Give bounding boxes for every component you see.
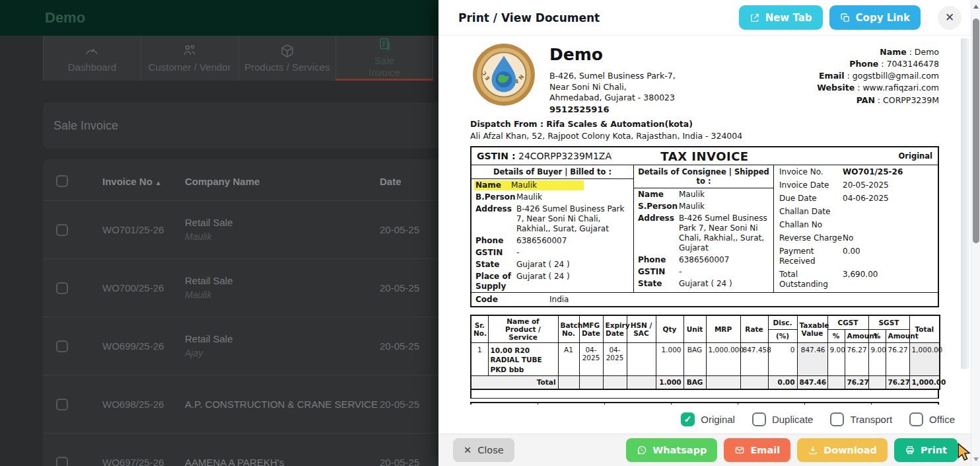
- consignee-column: Details of Consignee | Shipped to : Name…: [634, 165, 774, 292]
- copy-option-original[interactable]: ✓ Original: [681, 412, 735, 426]
- column-company-name: Company Name: [185, 176, 380, 187]
- consignee-gstin-row: GSTIN-: [634, 266, 773, 278]
- due-date-row: Due Date04-06-2025: [774, 192, 938, 205]
- company-name: Retail Sale: [185, 217, 233, 228]
- buyer-address-row: AddressB-426 Sumel Business Park 7, Near…: [472, 203, 633, 235]
- tab-customer-vendor[interactable]: Customer / Vendor: [141, 36, 238, 81]
- print-view-modal: Print / View Document New Tab Copy Link …: [438, 0, 971, 466]
- copy-option-office[interactable]: Office: [909, 412, 955, 426]
- mouse-cursor: [957, 443, 973, 461]
- whatsapp-button[interactable]: Whatsapp: [626, 438, 717, 462]
- highlighted-name: NameMaulik: [474, 180, 584, 190]
- challan-no-row: Challan No: [774, 218, 938, 231]
- download-icon: [808, 445, 818, 455]
- company-phone: 9512525916: [549, 104, 609, 114]
- company-name: Demo: [549, 45, 676, 64]
- gauge-icon: [84, 43, 100, 59]
- info-website: www.rafiqzari.com: [862, 83, 939, 93]
- row-checkbox[interactable]: [56, 340, 68, 352]
- browser-scrollbar[interactable]: [971, 0, 980, 466]
- invoice-no: WO697/25-26: [102, 457, 185, 466]
- scroll-up-arrow-icon[interactable]: [973, 5, 979, 9]
- checkbox-office[interactable]: [909, 412, 923, 426]
- buyer-state-row: StateGujarat ( 24 ): [472, 258, 633, 270]
- tab-label: Customer / Vendor: [149, 61, 231, 73]
- buyer-column: Details of Buyer | Billed to : NameMauli…: [472, 165, 634, 292]
- items-table: Sr. No. Name of Product / Service Batch …: [470, 315, 940, 390]
- close-button[interactable]: ✕ Close: [453, 438, 514, 462]
- invoice-main-box: GSTIN : 24CORPP3239M1ZA TAX INVOICE Orig…: [470, 146, 939, 307]
- company-name: AAMENA A PAREKH's: [185, 457, 284, 466]
- checkbox-original[interactable]: ✓: [681, 412, 695, 426]
- tab-products-services[interactable]: Products / Services: [238, 36, 336, 81]
- preview-scrollbar[interactable]: [961, 38, 969, 369]
- check-icon: ✓: [684, 414, 692, 424]
- buyer-pos-row: Place of SupplyGujarat ( 24 ): [472, 270, 633, 292]
- copy-option-transport[interactable]: Transport: [830, 412, 892, 426]
- item-row: 1 10.00 R20 RADIAL TUBE PKD bbb A1 04-20…: [471, 343, 940, 376]
- total-outstanding-row: Total Outstanding3,690.00: [774, 268, 938, 291]
- row-checkbox[interactable]: [56, 282, 68, 294]
- company-cell: Retail SaleAjay: [185, 332, 380, 360]
- contact-name: Maulik: [185, 231, 211, 242]
- buyer-name-row: NameMaulik: [472, 179, 633, 191]
- print-button[interactable]: Print: [894, 438, 958, 462]
- tax-invoice-title: TAX INVOICE: [472, 149, 938, 163]
- scroll-down-arrow-icon[interactable]: [973, 457, 979, 461]
- buyer-phone-row: Phone6386560007: [472, 235, 633, 247]
- code-row: CodeIndia: [472, 292, 938, 306]
- consignee-state-row: StateGujarat ( 24 ): [634, 278, 773, 290]
- items-header-row-1: Sr. No. Name of Product / Service Batch …: [471, 315, 940, 329]
- select-all-checkbox[interactable]: [56, 175, 68, 187]
- modal-title: Print / View Document: [458, 11, 739, 24]
- invoice-no: WO700/25-26: [102, 282, 185, 293]
- tab-dashboard[interactable]: Dashboard: [43, 36, 141, 81]
- modal-footer: ✕ Close Whatsapp Email Download Print: [438, 434, 971, 466]
- company-name: Retail Sale: [185, 333, 233, 344]
- company-logo: NATURE ECO TECH: [470, 41, 538, 108]
- empty-table-strip: [470, 390, 939, 399]
- checkbox-transport[interactable]: [830, 412, 844, 426]
- row-checkbox[interactable]: [56, 399, 68, 410]
- whatsapp-icon: [637, 445, 647, 455]
- sort-ascending-icon[interactable]: ▲: [155, 179, 162, 186]
- modal-header: Print / View Document New Tab Copy Link …: [438, 0, 971, 36]
- modal-close-button[interactable]: ✕: [938, 6, 962, 30]
- tab-label: Dashboard: [68, 61, 116, 73]
- invoice-no-row: Invoice No.WO701/25-26: [774, 165, 938, 178]
- printer-icon: [905, 445, 915, 455]
- new-tab-button[interactable]: New Tab: [739, 5, 823, 30]
- company-cell: AAMENA A PAREKH's: [185, 455, 380, 466]
- tab-label: Products / Services: [244, 61, 330, 73]
- column-invoice-no[interactable]: Invoice No▲: [102, 176, 185, 187]
- copy-link-button[interactable]: Copy Link: [829, 5, 921, 30]
- invoice-no: WO698/25-26: [102, 399, 185, 410]
- close-icon: ✕: [464, 445, 472, 455]
- tab-label: Sale Invoice: [364, 55, 405, 78]
- row-checkbox[interactable]: [56, 224, 68, 236]
- company-cell: Retail SaleMaulik: [185, 274, 380, 302]
- document-preview[interactable]: NATURE ECO TECH Demo B-426, Sumel Busine…: [438, 36, 971, 405]
- envelope-icon: [734, 445, 745, 455]
- page-title: Sale Invoice: [53, 119, 118, 133]
- tab-sale-invoice[interactable]: Sale Invoice: [335, 36, 433, 81]
- email-button[interactable]: Email: [724, 438, 790, 462]
- copy-icon: [840, 13, 851, 23]
- checkbox-duplicate[interactable]: [752, 412, 766, 426]
- invoice-no: WO699/25-26: [102, 340, 185, 352]
- items-section: Sr. No. Name of Product / Service Batch …: [470, 315, 939, 405]
- download-button[interactable]: Download: [797, 438, 888, 462]
- copy-option-duplicate[interactable]: Duplicate: [752, 412, 814, 426]
- info-phone: 7043146478: [886, 59, 939, 69]
- scrollbar-thumb[interactable]: [973, 19, 979, 243]
- invoice-parties: Details of Buyer | Billed to : NameMauli…: [472, 165, 938, 292]
- consignee-header: Details of Consignee | Shipped to :: [634, 165, 773, 188]
- row-checkbox[interactable]: [56, 457, 68, 466]
- company-block: Demo B-426, Sumel Business Park-7, Near …: [549, 41, 676, 115]
- main-tabs: Dashboard Customer / Vendor Products / S…: [43, 36, 433, 81]
- info-name: Demo: [915, 47, 939, 57]
- consignee-name-row: NameMaulik: [634, 188, 773, 200]
- external-link-icon: [750, 13, 760, 23]
- reverse-charge-row: Reverse ChargeNo: [774, 231, 938, 245]
- info-pan: CORPP3239M: [883, 95, 939, 105]
